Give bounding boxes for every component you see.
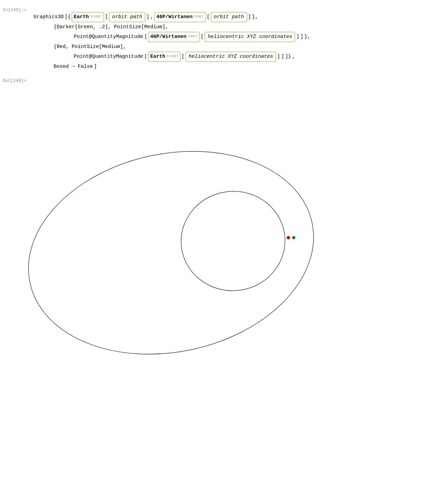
earth-name-2: Earth <box>150 52 165 61</box>
earth-type-1: PLANET <box>90 14 102 19</box>
orbit-path-badge-2: orbit path <box>211 12 247 22</box>
wirtanen-comet-badge-2: 46P/Wirtanen COMET <box>148 32 200 42</box>
code-line-5: Point@QuantityMagnitude [ Earth PLANET [… <box>34 52 441 62</box>
boxed-false-text: Boxed → False <box>54 62 93 71</box>
orbit-path-badge-1: orbit path <box>109 12 145 22</box>
svg-point-1 <box>177 187 289 295</box>
output-label: Out[148]= <box>3 78 26 83</box>
wirtanen-name-1: 46P/Wirtanen <box>156 13 192 21</box>
svg-point-2 <box>287 236 290 239</box>
helio-xyz-badge-1: heliocentric XYZ coordinates <box>205 32 295 42</box>
point-quantmag-1: Point@QuantityMagnitude <box>74 33 143 41</box>
code-line-2: {Darker[Green, .2], PointSize[Medium], <box>34 23 441 32</box>
earth-type-2: PLANET <box>167 54 178 59</box>
earth-planet-badge-2: Earth PLANET <box>148 52 180 62</box>
svg-point-0 <box>17 126 333 380</box>
svg-point-3 <box>292 236 295 239</box>
code-line-1: Graphics3D [{ Earth PLANET [ orbit path … <box>34 12 441 22</box>
earth-name-1: Earth <box>74 13 89 21</box>
earth-planet-badge-1: Earth PLANET <box>72 12 104 22</box>
red-pointsize-text: {Red, PointSize[Medium], <box>54 43 126 51</box>
code-line-4: {Red, PointSize[Medium], <box>34 43 441 51</box>
wirtanen-type-2: COMET <box>188 34 198 39</box>
orbit-svg <box>17 85 345 421</box>
point-quantmag-2: Point@QuantityMagnitude <box>74 52 143 61</box>
code-line-3: Point@QuantityMagnitude [ 46P/Wirtanen C… <box>34 32 441 42</box>
input-label: In[148]:= <box>3 7 26 12</box>
wirtanen-type-1: COMET <box>194 14 204 19</box>
code-line-6: Boxed → False ] <box>34 62 441 71</box>
wirtanen-comet-badge-1: 46P/Wirtanen COMET <box>154 12 206 22</box>
code-area: Graphics3D [{ Earth PLANET [ orbit path … <box>27 6 448 75</box>
graphics3d-text: Graphics3D <box>34 13 64 21</box>
page: In[148]:= Graphics3D [{ Earth PLANET [ o… <box>0 0 448 478</box>
graphics-output: Out[148]= <box>0 78 448 441</box>
wirtanen-name-2: 46P/Wirtanen <box>150 33 186 41</box>
bracket-open: [{ <box>65 13 71 21</box>
helio-xyz-badge-2: heliocentric XYZ coordinates <box>185 52 276 62</box>
darker-green-text: {Darker[Green, .2], PointSize[Medium], <box>54 23 168 32</box>
